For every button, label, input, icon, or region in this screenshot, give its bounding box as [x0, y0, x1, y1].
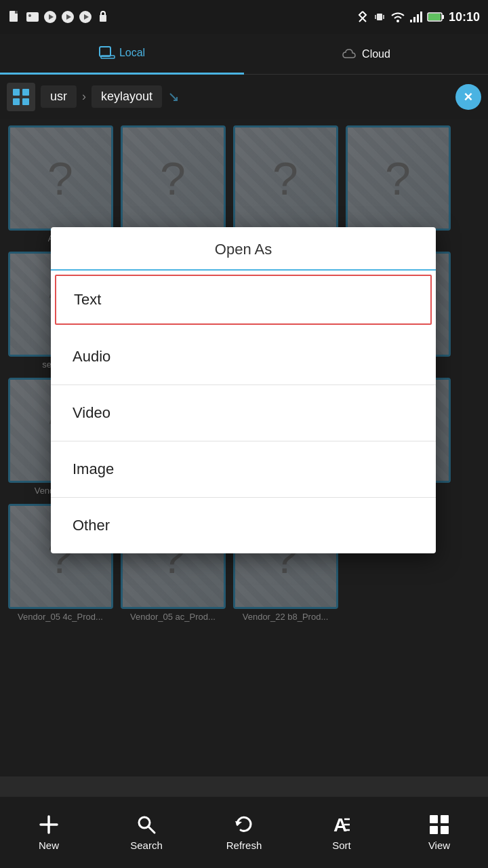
- path-corner-icon: [169, 92, 178, 102]
- tab-local[interactable]: Local: [0, 34, 244, 75]
- play3-icon: [79, 10, 92, 24]
- svg-rect-27: [22, 98, 29, 105]
- play2-icon: [61, 10, 75, 24]
- svg-rect-11: [377, 14, 382, 20]
- dialog-title: Open As: [51, 227, 436, 271]
- search-button-label: Search: [130, 840, 163, 851]
- dialog-item-audio-label: Audio: [73, 348, 110, 365]
- dialog-item-other[interactable]: Other: [51, 498, 436, 553]
- refresh-button[interactable]: Refresh: [195, 797, 293, 868]
- svg-point-3: [28, 14, 31, 17]
- svg-rect-12: [375, 15, 376, 19]
- sort-icon: A: [331, 814, 352, 835]
- svg-rect-10: [100, 15, 106, 22]
- dialog-item-image[interactable]: Image: [51, 441, 436, 498]
- refresh-button-label: Refresh: [226, 840, 262, 851]
- grid-icon: [12, 87, 30, 106]
- signal-icon: [409, 10, 423, 24]
- plus-icon: [38, 814, 60, 835]
- bag-icon: [96, 10, 110, 24]
- status-icons-right: 10:10: [357, 10, 480, 24]
- svg-rect-1: [15, 11, 18, 14]
- search-button[interactable]: Search: [98, 797, 195, 868]
- svg-rect-40: [441, 826, 449, 834]
- svg-rect-17: [417, 14, 419, 22]
- svg-rect-22: [100, 47, 110, 56]
- battery-icon: [427, 10, 445, 24]
- sort-button-label: Sort: [332, 840, 351, 851]
- dialog-item-other-label: Other: [73, 517, 110, 534]
- dialog-item-text-label: Text: [74, 291, 101, 308]
- bottom-toolbar: New Search Refresh A Sort View: [0, 797, 488, 868]
- open-as-dialog: Open As Text Audio Video Image Other: [51, 227, 436, 553]
- view-button-label: View: [428, 840, 450, 851]
- image-icon: [26, 10, 39, 24]
- file-icon: [8, 10, 22, 24]
- svg-rect-38: [441, 815, 449, 823]
- svg-rect-18: [420, 12, 422, 22]
- svg-rect-37: [430, 815, 438, 823]
- cloud-icon: [342, 47, 358, 61]
- bluetooth-icon: [357, 10, 369, 24]
- svg-point-14: [396, 20, 399, 22]
- tab-local-label: Local: [119, 47, 145, 59]
- dialog-item-audio[interactable]: Audio: [51, 329, 436, 385]
- svg-rect-16: [413, 17, 415, 22]
- new-button[interactable]: New: [0, 797, 98, 868]
- refresh-icon: [233, 814, 255, 835]
- svg-rect-24: [13, 89, 20, 96]
- sort-button[interactable]: A Sort: [293, 797, 390, 868]
- svg-rect-39: [430, 826, 438, 834]
- path-segment-keylayout[interactable]: keylayout: [92, 85, 162, 108]
- path-home-icon[interactable]: [7, 83, 35, 111]
- path-segment-usr[interactable]: usr: [41, 85, 77, 108]
- path-close-icon: ×: [464, 90, 473, 104]
- svg-marker-32: [235, 821, 242, 826]
- tab-cloud[interactable]: Cloud: [244, 34, 488, 75]
- status-time: 10:10: [449, 10, 480, 24]
- svg-rect-15: [410, 20, 412, 22]
- svg-rect-13: [383, 15, 384, 19]
- dialog-item-image-label: Image: [73, 460, 114, 477]
- vibrate-icon: [373, 10, 386, 24]
- svg-rect-2: [26, 12, 39, 22]
- tab-cloud-label: Cloud: [362, 48, 390, 60]
- wifi-icon: [390, 10, 405, 24]
- status-icons-left: [8, 10, 110, 24]
- svg-line-31: [148, 827, 155, 833]
- nav-bar: Local Cloud: [0, 34, 488, 75]
- path-close-button[interactable]: ×: [455, 84, 481, 110]
- search-icon: [136, 814, 157, 835]
- dialog-item-text[interactable]: Text: [55, 275, 432, 325]
- file-grid-area: ? AVR... ? ? ? y.kl ? se...: [0, 119, 488, 776]
- path-arrow: ›: [82, 90, 86, 104]
- svg-rect-25: [22, 89, 29, 96]
- dialog-item-video[interactable]: Video: [51, 385, 436, 441]
- dialog-item-video-label: Video: [73, 404, 110, 421]
- view-button[interactable]: View: [390, 797, 488, 868]
- view-icon: [428, 814, 450, 835]
- status-bar: 10:10: [0, 0, 488, 34]
- play-icon: [43, 10, 57, 24]
- svg-rect-21: [428, 14, 441, 20]
- svg-rect-26: [13, 98, 20, 105]
- path-bar: usr › keylayout ×: [0, 75, 488, 119]
- new-button-label: New: [39, 840, 59, 851]
- local-icon: [99, 46, 115, 60]
- svg-rect-20: [442, 15, 444, 19]
